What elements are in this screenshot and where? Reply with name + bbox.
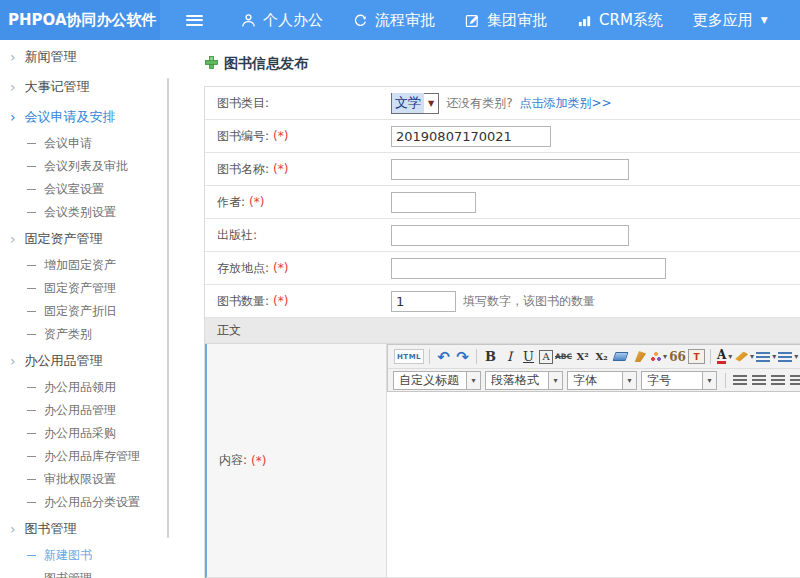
author-input[interactable] xyxy=(391,192,476,213)
dash-icon xyxy=(27,387,36,388)
dash-icon xyxy=(27,212,36,213)
align-right-icon xyxy=(771,375,785,385)
subscript-button[interactable]: X₂ xyxy=(593,347,610,366)
undo-button[interactable]: ↶ xyxy=(435,347,452,366)
sidebar-item-meeting-room-settings[interactable]: 会议室设置 xyxy=(0,178,178,201)
align-center-button[interactable] xyxy=(750,371,767,390)
book-number-input[interactable] xyxy=(391,126,551,147)
paste-as-text-button[interactable]: T xyxy=(688,349,705,364)
blockquote-button[interactable]: 66 xyxy=(669,347,686,366)
sidebar-item-news-management[interactable]: ›新闻管理 xyxy=(0,42,178,72)
caret-down-icon: ▾ xyxy=(702,372,716,389)
sidebar-scrollbar[interactable] xyxy=(167,78,169,538)
chevron-right-icon: › xyxy=(10,522,16,536)
sidebar-item-office-supplies[interactable]: ›办公用品管理 xyxy=(0,346,178,376)
nav-process-approval[interactable]: 流程审批 xyxy=(353,11,435,30)
sidebar-item-book-management-sub[interactable]: 图书管理 xyxy=(0,567,178,578)
body-section-header: 正文 xyxy=(205,318,800,344)
italic-button[interactable]: I xyxy=(501,347,518,366)
dash-icon xyxy=(27,166,36,167)
redo-button[interactable]: ↷ xyxy=(454,347,471,366)
page-title: 图书信息发布 xyxy=(204,40,800,86)
process-icon xyxy=(353,13,368,28)
sidebar-item-supplies-inventory[interactable]: 办公用品库存管理 xyxy=(0,445,178,468)
dash-icon xyxy=(27,311,36,312)
align-right-button[interactable] xyxy=(769,371,786,390)
field-label: 作者:(*) xyxy=(205,194,385,211)
field-label: 图书数量:(*) xyxy=(205,293,385,310)
sidebar-item-label: 大事记管理 xyxy=(25,78,90,96)
align-left-button[interactable] xyxy=(731,371,748,390)
label-text: 图书编号: xyxy=(217,128,269,145)
sidebar-item-supplies-purchase[interactable]: 办公用品采购 xyxy=(0,422,178,445)
publisher-input[interactable] xyxy=(391,225,629,246)
publisher-row: 出版社: xyxy=(205,219,800,252)
sidebar-item-label: 会议室设置 xyxy=(44,181,104,198)
toolbar-separator xyxy=(429,349,430,364)
paragraph-format-select[interactable]: 段落格式▾ xyxy=(485,371,563,390)
highlight-pen-button[interactable]: ▾ xyxy=(735,347,754,366)
field-label: 图书名称:(*) xyxy=(205,161,385,178)
sidebar-item-new-book[interactable]: 新建图书 xyxy=(0,544,178,567)
field-label: 内容:(*) xyxy=(207,344,387,577)
sidebar-item-meeting-apply-arrange[interactable]: ›会议申请及安排 xyxy=(0,102,178,132)
font-size-select[interactable]: 字号▾ xyxy=(641,371,717,390)
sidebar-item-label: 会议申请 xyxy=(44,135,92,152)
sidebar-item-add-fixed-asset[interactable]: 增加固定资产 xyxy=(0,254,178,277)
unordered-list-button[interactable]: ▾ xyxy=(778,347,798,366)
book-category-select[interactable]: 文学 ▼ xyxy=(391,93,439,114)
nav-more-apps[interactable]: 更多应用 ▼ xyxy=(693,11,768,30)
book-quantity-input[interactable] xyxy=(391,291,456,312)
nav-crm-system[interactable]: CRM系统 xyxy=(577,11,663,30)
ordered-list-button[interactable]: ▾ xyxy=(756,347,776,366)
required-marker: (*) xyxy=(249,195,264,209)
editor-content-area[interactable] xyxy=(387,392,800,577)
align-left-icon xyxy=(733,375,747,385)
sidebar-item-supplies-category-settings[interactable]: 办公用品分类设置 xyxy=(0,491,178,514)
font-color-button[interactable]: A▾ xyxy=(716,347,733,366)
select-value: 字号 xyxy=(642,372,702,389)
book-name-row: 图书名称:(*) xyxy=(205,153,800,186)
underline-button[interactable]: U xyxy=(520,347,537,366)
chevron-right-icon: › xyxy=(10,50,16,64)
sidebar-item-label: 新建图书 xyxy=(44,547,92,564)
sidebar-item-asset-category[interactable]: 资产类别 xyxy=(0,323,178,346)
sidebar-item-label: 办公用品采购 xyxy=(44,425,116,442)
strikethrough-button[interactable]: ABC xyxy=(555,347,572,366)
font-style-button[interactable]: A xyxy=(539,350,553,364)
html-source-button[interactable]: HTML xyxy=(394,349,424,364)
dash-icon xyxy=(27,410,36,411)
book-name-input[interactable] xyxy=(391,159,629,180)
sidebar-item-events-management[interactable]: ›大事记管理 xyxy=(0,72,178,102)
superscript-button[interactable]: X² xyxy=(574,347,591,366)
quantity-hint-text: 填写数字，该图书的数量 xyxy=(463,293,595,310)
eraser-button[interactable] xyxy=(612,347,629,366)
sidebar-item-meeting-apply[interactable]: 会议申请 xyxy=(0,132,178,155)
sidebar-item-meeting-list-approval[interactable]: 会议列表及审批 xyxy=(0,155,178,178)
sidebar-item-fixed-asset-depreciation[interactable]: 固定资产折旧 xyxy=(0,300,178,323)
storage-location-input[interactable] xyxy=(391,258,666,279)
custom-title-select[interactable]: 自定义标题▾ xyxy=(393,371,481,390)
sidebar-item-approval-permission-settings[interactable]: 审批权限设置 xyxy=(0,468,178,491)
nav-personal-office[interactable]: 个人办公 xyxy=(241,11,323,30)
ordered-list-icon xyxy=(756,352,770,362)
chevron-right-icon: › xyxy=(10,110,16,124)
book-number-row: 图书编号:(*) xyxy=(205,120,800,153)
field-label: 图书类目: xyxy=(205,95,385,112)
font-family-select[interactable]: 字体▾ xyxy=(567,371,637,390)
nav-group-approval[interactable]: 集团审批 xyxy=(465,11,547,30)
bold-button[interactable]: B xyxy=(482,347,499,366)
sidebar-item-fixed-asset-management[interactable]: 固定资产管理 xyxy=(0,277,178,300)
sidebar-item-fixed-assets[interactable]: ›固定资产管理 xyxy=(0,224,178,254)
align-justify-button[interactable] xyxy=(788,371,800,390)
dash-icon xyxy=(27,334,36,335)
sidebar-item-supplies-claim[interactable]: 办公用品领用 xyxy=(0,376,178,399)
sidebar-item-label: 图书管理 xyxy=(44,570,92,578)
add-category-link[interactable]: 点击添加类别>> xyxy=(520,95,612,112)
sidebar-item-meeting-category-settings[interactable]: 会议类别设置 xyxy=(0,201,178,224)
format-brush-button[interactable] xyxy=(631,347,648,366)
sidebar-item-book-management[interactable]: ›图书管理 xyxy=(0,514,178,544)
format-paint-button[interactable]: ▾ xyxy=(650,347,667,366)
sidebar-item-supplies-management[interactable]: 办公用品管理 xyxy=(0,399,178,422)
hamburger-menu-icon[interactable] xyxy=(186,15,203,26)
